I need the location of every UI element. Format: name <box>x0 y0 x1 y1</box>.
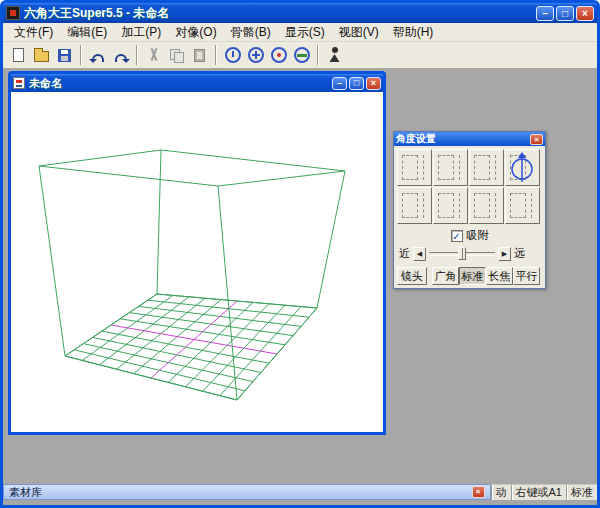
view-angle-cell[interactable] <box>397 149 432 186</box>
menu-process[interactable]: 加工(P) <box>114 23 168 41</box>
view-angle-cell[interactable] <box>469 149 504 186</box>
copy-button[interactable] <box>165 44 188 66</box>
lens-button[interactable]: 镜头 <box>397 267 427 285</box>
status-cell-standard: 标准 <box>566 485 597 500</box>
angle-thumb-icon <box>438 193 454 218</box>
menu-display[interactable]: 显示(S) <box>278 23 332 41</box>
angle-dial-icon <box>506 150 539 185</box>
distance-slider-row: 近 ◀ ▶ 远 <box>397 245 542 262</box>
angle-thumb-line <box>459 155 460 180</box>
paste-icon <box>194 49 205 62</box>
snap-label: 吸附 <box>467 228 489 243</box>
toolbar-separator <box>215 45 217 65</box>
angle-settings-palette: 角度设置 × <box>393 131 546 289</box>
angle-thumb-icon <box>402 193 418 218</box>
model-viewport[interactable] <box>11 92 383 432</box>
document-window: 未命名 – □ × <box>8 71 386 435</box>
mdi-client-area: 未命名 – □ × 角度设置 × <box>3 69 597 484</box>
lens-wide-button[interactable]: 广角 <box>432 267 459 285</box>
pan-view-button[interactable] <box>267 44 290 66</box>
angle-thumb-line <box>459 193 460 218</box>
open-folder-icon <box>34 51 49 62</box>
document-close-button[interactable]: × <box>366 77 381 90</box>
palette-body: 吸附 近 ◀ ▶ 远 镜头 广角 标准 长焦 平行 <box>394 146 545 288</box>
title-bar[interactable]: 六角大王Super5.5 - 未命名 – □ × <box>3 3 597 23</box>
bottom-bar: 素材库 × 动 右键或A1 标准 <box>3 484 597 500</box>
maximize-button[interactable]: □ <box>556 6 574 21</box>
app-icon <box>6 6 20 20</box>
new-file-icon <box>13 48 24 62</box>
toolbar-separator <box>80 45 82 65</box>
undo-icon <box>92 54 104 62</box>
menu-bone[interactable]: 骨骼(B) <box>224 23 278 41</box>
camera-view-icon <box>294 47 310 63</box>
far-label: 远 <box>514 246 525 261</box>
angle-thumb-line <box>423 155 424 180</box>
near-label: 近 <box>399 246 410 261</box>
angle-thumb-icon <box>474 193 490 218</box>
document-maximize-button[interactable]: □ <box>349 77 364 90</box>
angle-thumb-line <box>531 193 532 218</box>
lens-parallel-button[interactable]: 平行 <box>513 267 540 285</box>
slider-left-arrow[interactable]: ◀ <box>413 247 426 261</box>
angle-thumb-line <box>495 155 496 180</box>
rotate-view-button[interactable] <box>221 44 244 66</box>
view-angle-cell[interactable] <box>469 187 504 224</box>
view-angle-cell[interactable] <box>433 187 468 224</box>
window-title: 六角大王Super5.5 - 未命名 <box>24 5 169 22</box>
figure-help-button[interactable] <box>323 44 346 66</box>
view-angle-cell[interactable] <box>433 149 468 186</box>
rotate-view-icon <box>225 47 241 63</box>
lens-row: 镜头 广角 标准 长焦 平行 <box>397 266 542 285</box>
copy-icon <box>170 49 183 62</box>
palette-title-bar[interactable]: 角度设置 × <box>394 132 545 146</box>
view-angle-grid <box>397 149 542 224</box>
lens-tele-button[interactable]: 长焦 <box>486 267 513 285</box>
angle-thumb-line <box>423 193 424 218</box>
zoom-view-button[interactable] <box>244 44 267 66</box>
material-library-close-button[interactable]: × <box>472 486 485 498</box>
view-angle-cell-active[interactable] <box>505 149 540 186</box>
distance-slider-thumb[interactable] <box>458 247 466 260</box>
document-title-bar[interactable]: 未命名 – □ × <box>11 74 383 92</box>
wireframe-cube <box>11 92 383 432</box>
lens-standard-button[interactable]: 标准 <box>459 267 486 285</box>
menu-file[interactable]: 文件(F) <box>7 23 60 41</box>
redo-icon <box>115 54 127 62</box>
material-library-bar[interactable]: 素材库 × <box>3 484 491 500</box>
snap-checkbox[interactable] <box>451 230 463 242</box>
status-cell-hint: 右键或A1 <box>511 485 566 500</box>
save-icon <box>58 49 71 62</box>
document-title: 未命名 <box>29 76 62 91</box>
cut-button[interactable] <box>142 44 165 66</box>
toolbar-separator <box>317 45 319 65</box>
undo-button[interactable] <box>86 44 109 66</box>
application-window: 六角大王Super5.5 - 未命名 – □ × 文件(F) 编辑(E) 加工(… <box>0 0 600 508</box>
status-cell-mode: 动 <box>491 485 511 500</box>
menu-help[interactable]: 帮助(H) <box>386 23 441 41</box>
save-button[interactable] <box>53 44 76 66</box>
status-bar: 动 右键或A1 标准 <box>491 484 597 500</box>
slider-right-arrow[interactable]: ▶ <box>498 247 511 261</box>
close-button[interactable]: × <box>576 6 594 21</box>
open-file-button[interactable] <box>30 44 53 66</box>
document-minimize-button[interactable]: – <box>332 77 347 90</box>
angle-thumb-icon <box>510 193 526 218</box>
view-angle-cell[interactable] <box>505 187 540 224</box>
figure-icon <box>328 47 342 63</box>
new-file-button[interactable] <box>7 44 30 66</box>
view-angle-cell[interactable] <box>397 187 432 224</box>
camera-view-button[interactable] <box>290 44 313 66</box>
distance-slider-track[interactable] <box>429 246 495 261</box>
paste-button[interactable] <box>188 44 211 66</box>
menu-object[interactable]: 对像(O) <box>168 23 223 41</box>
minimize-button[interactable]: – <box>536 6 554 21</box>
redo-button[interactable] <box>109 44 132 66</box>
toolbar <box>3 42 597 69</box>
menu-bar: 文件(F) 编辑(E) 加工(P) 对像(O) 骨骼(B) 显示(S) 视图(V… <box>3 23 597 42</box>
angle-thumb-line <box>495 193 496 218</box>
menu-edit[interactable]: 编辑(E) <box>60 23 114 41</box>
zoom-view-icon <box>248 47 264 63</box>
menu-view[interactable]: 视图(V) <box>332 23 386 41</box>
palette-close-button[interactable]: × <box>530 134 543 145</box>
